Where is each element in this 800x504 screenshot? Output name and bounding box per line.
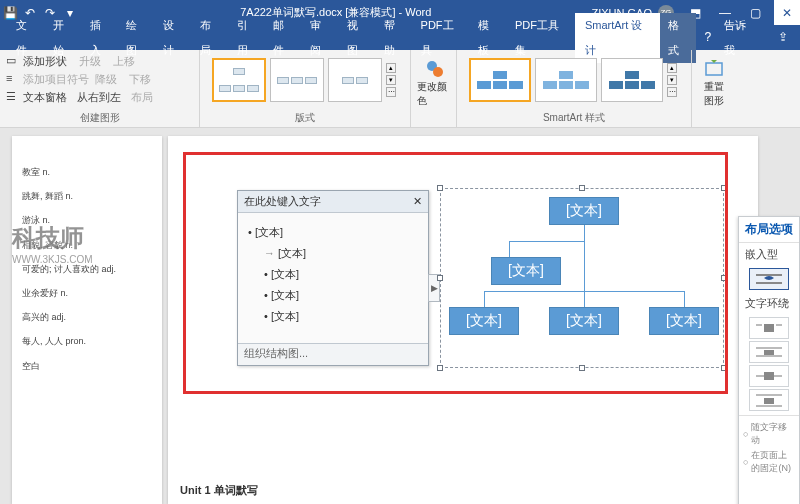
layout-dropdown[interactable]: 布局 <box>131 90 153 105</box>
svg-rect-7 <box>776 324 782 326</box>
doc-line: 空白 <box>22 358 152 374</box>
text-pane-button[interactable]: 文本窗格 <box>23 90 67 105</box>
text-pane-item: • [文本] <box>264 288 418 303</box>
smartart-node-root[interactable]: [文本] <box>549 197 619 225</box>
ribbon-group-create-graphic: ▭ 添加形状 升级 上移 ≡ 添加项目符号 降级 下移 ☰ 文本窗格 从右到左 … <box>0 50 200 127</box>
styles-gallery[interactable]: ▴ ▾ ⋯ <box>463 52 685 108</box>
smartart-connector <box>509 241 510 257</box>
text-pane-item: • [文本] <box>264 267 418 282</box>
text-pane-body[interactable]: • [文本] [文本] • [文本] • [文本] • [文本] <box>238 213 428 336</box>
promote-button[interactable]: 升级 <box>79 54 101 69</box>
layout-option-square[interactable] <box>749 317 789 339</box>
add-shape-icon: ▭ <box>6 54 20 68</box>
ribbon-group-styles: ▴ ▾ ⋯ SmartArt 样式 <box>457 50 692 127</box>
smartart-connector <box>484 291 485 307</box>
style-thumb-3[interactable] <box>601 58 663 102</box>
doc-line: 可爱的; 讨人喜欢的 adj. <box>22 261 152 277</box>
ribbon-group-reset: 重置 图形 <box>692 50 736 127</box>
demote-button[interactable]: 降级 <box>95 72 117 87</box>
share-icon[interactable]: ⇪ <box>770 25 790 50</box>
layouts-more[interactable]: ⋯ <box>386 87 396 97</box>
svg-rect-12 <box>764 372 774 380</box>
smartart-canvas[interactable]: [文本] [文本] [文本] [文本] [文本] <box>449 197 715 359</box>
layout-thumb-2[interactable] <box>270 58 324 102</box>
resize-handle-bm[interactable] <box>579 365 585 371</box>
doc-line: 游泳 n. <box>22 212 152 228</box>
svg-rect-15 <box>756 405 782 407</box>
smartart-node-assistant[interactable]: [文本] <box>491 257 561 285</box>
move-down-button[interactable]: 下移 <box>129 72 151 87</box>
change-colors-button[interactable]: 更改颜色 <box>417 52 453 108</box>
layout-section-wrap: 文字环绕 <box>739 292 799 315</box>
svg-rect-8 <box>756 347 782 349</box>
resize-handle-ml[interactable] <box>437 275 443 281</box>
resize-handle-br[interactable] <box>721 365 727 371</box>
text-pane-close-icon[interactable]: ✕ <box>413 195 422 208</box>
layout-options-panel[interactable]: 布局选项 嵌入型 文字环绕 ○随文字移动 ○在页面上的固定(N) <box>738 216 800 504</box>
svg-rect-4 <box>756 282 782 284</box>
layout-option-inline[interactable] <box>749 268 789 290</box>
layout-radio-move-with-text[interactable]: ○随文字移动 <box>739 420 799 448</box>
resize-handle-bl[interactable] <box>437 365 443 371</box>
reset-graphic-button[interactable]: 重置 图形 <box>698 52 730 114</box>
styles-scroll-down[interactable]: ▾ <box>667 75 677 85</box>
layout-section-inline: 嵌入型 <box>739 243 799 266</box>
page-footer-title: Unit 1 单词默写 <box>180 483 258 498</box>
smartart-node-child-1[interactable]: [文本] <box>449 307 519 335</box>
resize-handle-tl[interactable] <box>437 185 443 191</box>
smartart-node-child-3[interactable]: [文本] <box>649 307 719 335</box>
resize-handle-tr[interactable] <box>721 185 727 191</box>
svg-rect-6 <box>756 324 762 326</box>
text-pane-item: • [文本] <box>248 225 418 240</box>
layouts-scroll-down[interactable]: ▾ <box>386 75 396 85</box>
text-pane-footer: 组织结构图... <box>238 343 428 365</box>
ribbon-group-layouts-label: 版式 <box>206 109 404 125</box>
styles-scroll-up[interactable]: ▴ <box>667 63 677 73</box>
style-thumb-1[interactable] <box>469 58 531 102</box>
layout-radio-fix-on-page[interactable]: ○在页面上的固定(N) <box>739 448 799 476</box>
smartart-selection-frame[interactable]: [文本] [文本] [文本] [文本] [文本] <box>440 188 724 368</box>
ribbon-tabs: 文件 开始 插入 绘图 设计 布局 引用 邮件 审阅 视图 帮助 PDF工具 模… <box>0 25 800 50</box>
svg-rect-2 <box>706 63 722 75</box>
smartart-node-child-2[interactable]: [文本] <box>549 307 619 335</box>
ribbon-group-styles-label: SmartArt 样式 <box>463 109 685 125</box>
smartart-connector <box>584 225 585 241</box>
resize-handle-tm[interactable] <box>579 185 585 191</box>
text-pane-item: • [文本] <box>264 309 418 324</box>
smartart-text-pane[interactable]: 在此处键入文字 ✕ • [文本] [文本] • [文本] • [文本] • [文… <box>237 190 429 366</box>
svg-rect-10 <box>756 355 782 357</box>
smartart-connector <box>584 291 585 307</box>
style-thumb-2[interactable] <box>535 58 597 102</box>
doc-line: 跳舞, 舞蹈 n. <box>22 188 152 204</box>
doc-line: 相貌, 容貌 n. <box>22 237 152 253</box>
layout-thumb-org-chart[interactable] <box>212 58 266 102</box>
add-bullet-button[interactable]: 添加项目符号 <box>23 72 89 87</box>
move-up-button[interactable]: 上移 <box>113 54 135 69</box>
svg-point-1 <box>433 67 443 77</box>
doc-line: 教室 n. <box>22 164 152 180</box>
ribbon-group-layouts: ▴ ▾ ⋯ 版式 <box>200 50 411 127</box>
layout-option-through[interactable] <box>749 365 789 387</box>
ribbon: ▭ 添加形状 升级 上移 ≡ 添加项目符号 降级 下移 ☰ 文本窗格 从右到左 … <box>0 50 800 128</box>
add-shape-button[interactable]: 添加形状 <box>23 54 67 69</box>
document-area: 教室 n. 跳舞, 舞蹈 n. 游泳 n. 相貌, 容貌 n. 可爱的; 讨人喜… <box>0 128 800 504</box>
doc-line: 业余爱好 n. <box>22 285 152 301</box>
layout-option-tight[interactable] <box>749 341 789 363</box>
change-colors-icon <box>424 58 446 80</box>
svg-rect-14 <box>764 398 774 404</box>
doc-line: 高兴的 adj. <box>22 309 152 325</box>
layout-panel-title: 布局选项 <box>739 217 799 243</box>
svg-rect-5 <box>764 324 774 332</box>
styles-more[interactable]: ⋯ <box>667 87 677 97</box>
text-pane-item: [文本] <box>264 246 418 261</box>
layouts-scroll-up[interactable]: ▴ <box>386 63 396 73</box>
resize-handle-mr[interactable] <box>721 275 727 281</box>
rtl-button[interactable]: 从右到左 <box>77 90 121 105</box>
layout-thumb-3[interactable] <box>328 58 382 102</box>
help-icon[interactable]: ? <box>696 25 716 50</box>
layout-option-top-bottom[interactable] <box>749 389 789 411</box>
add-bullet-icon: ≡ <box>6 72 20 86</box>
layouts-gallery[interactable]: ▴ ▾ ⋯ <box>206 52 404 108</box>
svg-rect-13 <box>756 394 782 396</box>
ribbon-group-colors: 更改颜色 <box>411 50 457 127</box>
